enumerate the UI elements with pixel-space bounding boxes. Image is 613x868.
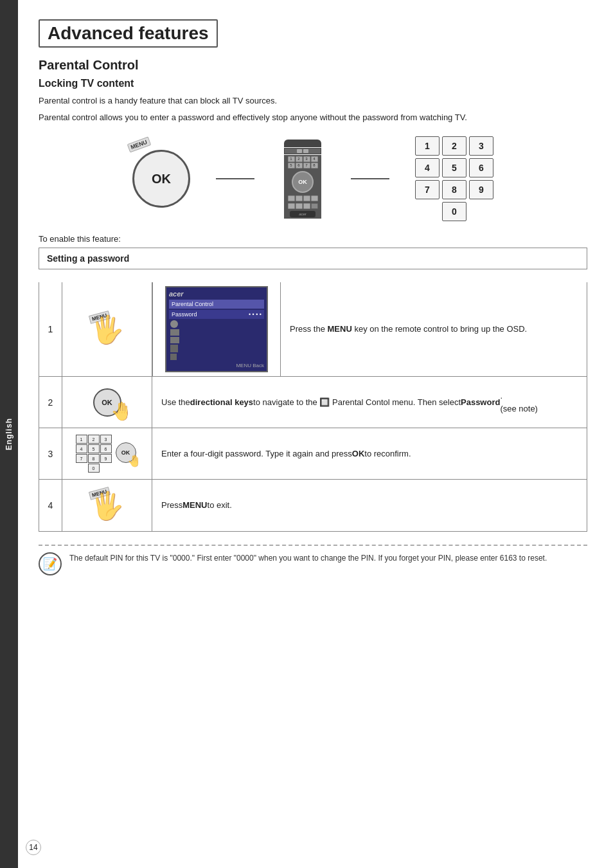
- side-language-tab: English: [0, 0, 18, 868]
- small-numpad: 1 2 3 4 5 6 7 8 9 0: [76, 435, 112, 473]
- hand-icon-1: 🖐: [91, 314, 124, 345]
- menu-label: MENU: [127, 137, 151, 153]
- step-num-4: 4: [39, 480, 62, 531]
- num-btn-4: 4: [415, 158, 440, 177]
- step-row-3: 3 1 2 3 4 5 6 7 8 9 0: [39, 428, 587, 480]
- note-text: The default PIN for this TV is "0000." F…: [69, 552, 547, 564]
- steps-container: 1 MENU 🖐 acer Parental Control: [39, 282, 587, 532]
- subsection-title: Locking TV content: [39, 78, 587, 89]
- num-btn-6: 6: [469, 158, 493, 177]
- table-header: Setting a password: [39, 248, 587, 269]
- step-icon-1: MENU 🖐: [62, 282, 152, 376]
- snb-3: 3: [100, 435, 112, 444]
- note-box: 📝 The default PIN for this TV is "0000."…: [39, 545, 587, 582]
- step-num-2: 2: [39, 377, 62, 428]
- osd-password-dots: • • • •: [249, 311, 262, 318]
- hand-icon-4: 🖐: [91, 490, 124, 521]
- step-desc-1: Press the MENU key on the remote control…: [281, 282, 587, 376]
- page-title: Advanced features: [39, 19, 218, 48]
- description-2: Parental control allows you to enter a p…: [39, 111, 587, 124]
- step-row-1: 1 MENU 🖐 acer Parental Control: [39, 282, 587, 377]
- osd-menu-title: Parental Control: [169, 300, 264, 309]
- remote-control-image: 1 2 3 4 5 6 7 8 OK: [280, 140, 325, 219]
- num-btn-5: 5: [442, 158, 466, 177]
- snb-5: 5: [88, 444, 100, 453]
- numpad-hand: 1 2 3 4 5 6 7 8 9 0 OK 🤚: [76, 435, 139, 473]
- connector-line-2: [351, 178, 389, 179]
- num-btn-0: 0: [442, 202, 466, 221]
- remote-diagram: MENU OK 1 2 3 4 5: [39, 136, 587, 221]
- snb-9: 9: [100, 454, 112, 463]
- steps-table: Setting a password: [39, 248, 587, 269]
- snb-2: 2: [88, 435, 100, 444]
- step-row-2: 2 OK 🤚 Use the directional keys to navig…: [39, 377, 587, 428]
- hand-over-icon: 🤚: [111, 401, 133, 422]
- note-symbol: 📝: [43, 557, 57, 571]
- num-btn-8: 8: [442, 180, 466, 199]
- snb-4: 4: [76, 444, 87, 453]
- description-1: Parental control is a handy feature that…: [39, 95, 587, 107]
- step-num-1: 1: [39, 282, 62, 376]
- num-btn-9: 9: [469, 180, 493, 199]
- num-btn-1: 1: [415, 136, 440, 156]
- ok-hand-small: OK 🤚: [116, 442, 139, 466]
- language-label: English: [4, 418, 13, 450]
- snb-8: 8: [88, 454, 100, 463]
- ok-button-diagram: MENU OK: [132, 150, 190, 208]
- snb-7: 7: [76, 454, 87, 463]
- snb-1: 1: [76, 435, 87, 444]
- ok-label: OK: [152, 172, 171, 186]
- page-number: 14: [26, 840, 41, 855]
- ok-circle: MENU OK: [132, 150, 190, 208]
- num-btn-7: 7: [415, 180, 440, 199]
- step-icon-4: MENU 🖐: [62, 480, 152, 531]
- osd-row-icon-5: [169, 353, 264, 361]
- osd-row-icon-4: [169, 344, 264, 353]
- osd-footer: MENU Back: [169, 363, 264, 368]
- num-btn-2: 2: [442, 136, 466, 156]
- num-btn-3: 3: [469, 136, 493, 156]
- step-icon-2: OK 🤚: [62, 377, 152, 428]
- osd-password-label: Password: [172, 311, 197, 318]
- ok-dpad-hand: OK 🤚: [82, 383, 133, 422]
- osd-row-icon-1: [169, 320, 264, 329]
- number-grid: 1 2 3 4 5 6 7 8 9 0: [415, 136, 493, 221]
- step-desc-3: Enter a four-digit password. Type it aga…: [152, 428, 587, 479]
- section-title: Parental Control: [39, 58, 587, 73]
- step-desc-4: Press MENU to exit.: [152, 480, 587, 531]
- osd-row-icon-2: [169, 329, 264, 336]
- osd-screen: acer Parental Control Password • • • •: [165, 286, 268, 372]
- step-row-4: 4 MENU 🖐 Press MENU to exit.: [39, 480, 587, 531]
- note-icon: 📝: [39, 552, 62, 575]
- osd-row-icon-3: [169, 336, 264, 344]
- osd-brand: acer: [169, 290, 264, 298]
- connector-line-1: [216, 178, 254, 179]
- step-desc-2: Use the directional keys to navigate to …: [152, 377, 587, 428]
- enable-text: To enable this feature:: [39, 234, 587, 244]
- snb-0: 0: [88, 464, 100, 473]
- snb-6: 6: [100, 444, 112, 453]
- step-num-3: 3: [39, 428, 62, 479]
- step-icon-3: 1 2 3 4 5 6 7 8 9 0 OK 🤚: [62, 428, 152, 479]
